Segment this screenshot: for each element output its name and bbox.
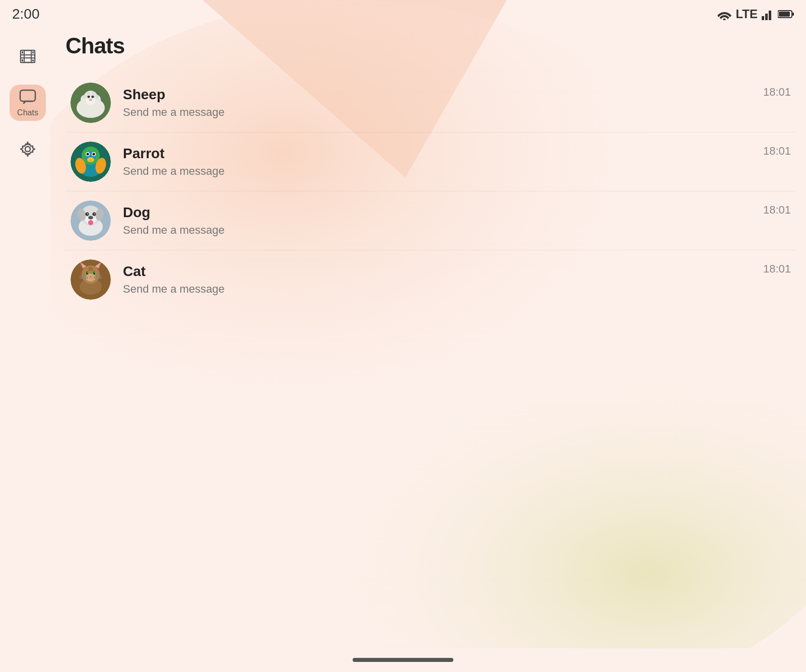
status-icons: LTE (717, 7, 794, 21)
svg-point-28 (88, 96, 90, 98)
svg-rect-19 (20, 90, 35, 101)
svg-rect-5 (769, 11, 771, 20)
sidebar-chats-label: Chats (17, 108, 38, 117)
svg-point-32 (86, 92, 90, 96)
chat-preview-sheep: Send me a message (123, 106, 753, 119)
app-container: Chats Chats (0, 28, 806, 672)
chat-item-sheep[interactable]: Sheep Send me a message 18:01 (65, 74, 796, 132)
svg-point-31 (83, 95, 87, 99)
svg-rect-4 (765, 14, 768, 20)
chat-name-cat: Cat (123, 263, 753, 280)
chat-list: Sheep Send me a message 18:01 (65, 74, 796, 309)
svg-rect-14 (22, 51, 23, 53)
chat-name-sheep: Sheep (123, 87, 753, 103)
chat-time-sheep: 18:01 (763, 83, 791, 99)
film-icon (19, 47, 37, 65)
chat-info-dog: Dog Send me a message (123, 205, 753, 237)
chat-item-dog[interactable]: Dog Send me a message 18:01 (65, 191, 796, 250)
svg-rect-7 (792, 13, 794, 16)
svg-point-57 (94, 214, 95, 215)
svg-point-42 (87, 153, 89, 156)
battery-icon (778, 10, 794, 19)
chat-preview-cat: Send me a message (123, 283, 753, 296)
svg-rect-8 (779, 12, 790, 17)
svg-point-33 (91, 92, 95, 96)
sidebar-item-settings[interactable] (10, 131, 46, 167)
svg-point-43 (93, 153, 95, 156)
svg-rect-18 (20, 90, 35, 101)
gear-icon (19, 140, 37, 158)
svg-point-20 (25, 147, 30, 152)
sidebar: Chats (0, 28, 55, 672)
svg-point-56 (87, 214, 88, 215)
chat-name-parrot: Parrot (123, 146, 753, 162)
chat-info-parrot: Parrot Send me a message (123, 146, 753, 178)
main-content: Chats (55, 28, 806, 672)
chat-preview-parrot: Send me a message (123, 165, 753, 178)
svg-point-30 (89, 99, 92, 101)
svg-point-29 (92, 96, 94, 98)
sidebar-item-chats[interactable]: Chats (10, 85, 46, 121)
chat-icon (19, 88, 37, 106)
svg-rect-16 (32, 51, 34, 53)
svg-point-34 (95, 95, 99, 99)
signal-icon (762, 8, 774, 20)
chat-item-cat[interactable]: Cat Send me a message 18:01 (65, 250, 796, 309)
status-bar: 2:00 LTE (0, 0, 806, 28)
avatar-cat (71, 259, 111, 300)
chat-info-sheep: Sheep Send me a message (123, 87, 753, 119)
chat-name-dog: Dog (123, 205, 753, 221)
svg-rect-17 (32, 59, 34, 61)
chat-info-cat: Cat Send me a message (123, 263, 753, 296)
sidebar-item-media[interactable] (10, 38, 46, 75)
wifi-icon (717, 8, 731, 20)
svg-point-52 (88, 216, 93, 220)
chat-time-dog: 18:01 (763, 200, 791, 217)
svg-rect-12 (21, 54, 35, 55)
svg-rect-3 (762, 16, 764, 20)
svg-point-2 (723, 19, 726, 21)
svg-point-68 (87, 272, 88, 275)
svg-rect-13 (21, 57, 35, 58)
avatar-sheep (71, 83, 111, 123)
chat-time-cat: 18:01 (763, 259, 791, 276)
svg-point-70 (87, 272, 88, 273)
chat-preview-dog: Send me a message (123, 224, 753, 237)
status-time: 2:00 (12, 6, 40, 22)
page-title: Chats (65, 33, 796, 58)
chat-item-parrot[interactable]: Parrot Send me a message 18:01 (65, 132, 796, 191)
home-indicator (353, 658, 453, 662)
avatar-dog (71, 200, 111, 241)
svg-point-53 (88, 220, 93, 225)
svg-point-69 (94, 272, 95, 275)
svg-rect-15 (22, 59, 23, 61)
avatar-parrot (71, 142, 111, 182)
svg-point-71 (94, 272, 95, 273)
lte-label: LTE (735, 7, 758, 21)
chat-time-parrot: 18:01 (763, 142, 791, 158)
